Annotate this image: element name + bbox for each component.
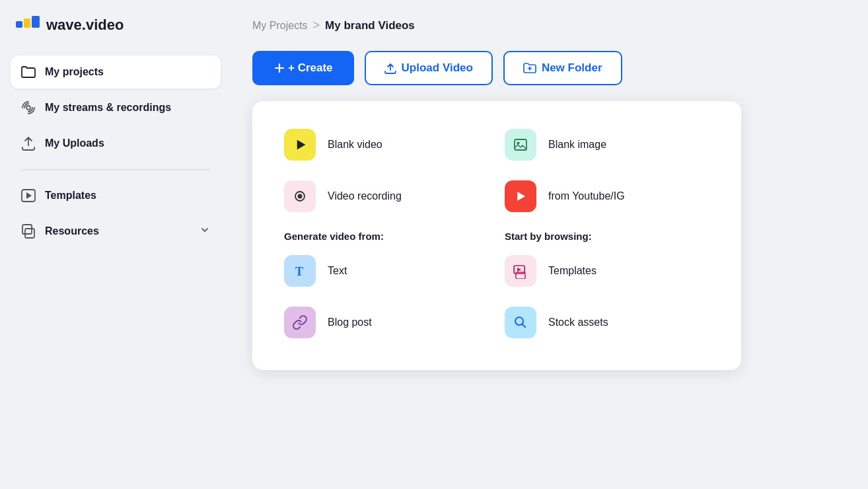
create-button[interactable]: + Create — [252, 51, 354, 85]
record-icon — [293, 189, 307, 204]
generate-heading: Generate video from: — [276, 225, 497, 244]
image-icon — [513, 137, 528, 153]
folder-icon — [21, 65, 36, 79]
video-recording-item[interactable]: Video recording — [276, 174, 497, 219]
browse-heading: Start by browsing: — [497, 225, 717, 244]
blog-post-label: Blog post — [328, 317, 372, 328]
blank-video-label: Blank video — [328, 139, 382, 151]
sidebar-item-label-streams: My streams & recordings — [45, 101, 171, 115]
sidebar-item-label-resources: Resources — [45, 225, 99, 239]
templates-icon — [513, 263, 528, 279]
sidebar-item-label-uploads: My Uploads — [45, 137, 104, 151]
sidebar-divider — [21, 169, 210, 170]
youtube-icon-bg — [505, 180, 536, 212]
upload-video-icon — [384, 62, 396, 74]
video-template-icon — [21, 188, 36, 203]
blank-image-icon-bg — [505, 129, 536, 161]
blank-video-icon-bg — [284, 129, 316, 161]
templates-browse-item[interactable]: Templates — [497, 248, 717, 293]
from-youtube-item[interactable]: from Youtube/IG — [497, 174, 717, 219]
svg-rect-6 — [22, 225, 32, 234]
sidebar-item-templates[interactable]: Templates — [11, 179, 221, 212]
text-item[interactable]: T Text — [276, 248, 497, 293]
chevron-down-icon — [199, 225, 210, 238]
svg-marker-8 — [297, 140, 305, 149]
dropdown-left-col: Blank video Video recording Generate vid… — [276, 122, 497, 349]
svg-marker-16 — [517, 268, 521, 272]
svg-point-18 — [515, 317, 523, 325]
upload-video-button[interactable]: Upload Video — [365, 51, 493, 85]
svg-rect-1 — [24, 19, 30, 28]
dropdown-right-col: Blank image from Youtube/IG Start by bro… — [497, 122, 717, 349]
sidebar-item-label-templates: Templates — [45, 189, 96, 203]
logo: wave.video — [11, 16, 221, 34]
blank-image-label: Blank image — [548, 139, 606, 151]
svg-point-13 — [517, 142, 520, 145]
toolbar: + Create Upload Video New Folder — [252, 51, 847, 85]
blank-video-item[interactable]: Blank video — [276, 122, 497, 167]
svg-rect-7 — [25, 229, 34, 238]
breadcrumb: My Projects > My brand Videos — [252, 19, 847, 32]
sidebar-item-my-projects[interactable]: My projects — [11, 56, 221, 89]
link-icon — [292, 315, 308, 330]
blank-image-item[interactable]: Blank image — [497, 122, 717, 167]
text-icon: T — [292, 263, 308, 279]
search-icon — [513, 315, 528, 330]
svg-point-10 — [298, 194, 303, 199]
logo-icon — [16, 16, 40, 34]
svg-rect-2 — [32, 16, 40, 28]
stock-assets-label: Stock assets — [548, 317, 608, 328]
video-recording-icon-bg — [284, 180, 316, 212]
breadcrumb-separator: > — [313, 19, 320, 32]
blog-post-icon-bg — [284, 307, 316, 338]
text-label: Text — [328, 265, 347, 277]
broadcast-icon — [21, 100, 36, 115]
resources-icon — [21, 224, 36, 239]
upload-icon — [21, 136, 36, 151]
video-recording-label: Video recording — [328, 190, 402, 202]
youtube-play-icon — [513, 189, 528, 204]
breadcrumb-current: My brand Videos — [325, 19, 415, 32]
svg-marker-5 — [26, 192, 32, 199]
svg-rect-12 — [515, 139, 526, 150]
logo-text: wave.video — [46, 17, 124, 34]
templates-browse-icon-bg — [505, 255, 536, 287]
plus-icon — [273, 62, 285, 74]
new-folder-button[interactable]: New Folder — [503, 51, 622, 85]
sidebar: wave.video My projects My streams & reco… — [0, 0, 231, 489]
new-folder-icon — [523, 62, 536, 74]
templates-browse-label: Templates — [548, 265, 597, 277]
stock-assets-item[interactable]: Stock assets — [497, 300, 717, 345]
stock-assets-icon-bg — [505, 307, 536, 338]
create-label: + Create — [288, 61, 333, 75]
play-icon — [293, 137, 307, 152]
svg-rect-0 — [16, 21, 22, 28]
sidebar-item-resources[interactable]: Resources — [11, 215, 221, 248]
new-folder-label: New Folder — [542, 61, 602, 75]
sidebar-item-uploads[interactable]: My Uploads — [11, 127, 221, 160]
upload-video-label: Upload Video — [402, 61, 473, 75]
create-dropdown-panel: Blank video Video recording Generate vid… — [252, 101, 741, 370]
sidebar-item-streams[interactable]: My streams & recordings — [11, 91, 221, 124]
svg-marker-14 — [517, 192, 525, 201]
main-content: My Projects > My brand Videos + Create U… — [231, 0, 868, 489]
from-youtube-label: from Youtube/IG — [548, 190, 625, 202]
dropdown-grid: Blank video Video recording Generate vid… — [276, 122, 717, 349]
text-icon-bg: T — [284, 255, 316, 287]
svg-text:T: T — [295, 265, 303, 278]
breadcrumb-parent[interactable]: My Projects — [252, 20, 308, 32]
sidebar-item-label-my-projects: My projects — [45, 65, 104, 79]
blog-post-item[interactable]: Blog post — [276, 300, 497, 345]
svg-point-3 — [26, 106, 30, 110]
